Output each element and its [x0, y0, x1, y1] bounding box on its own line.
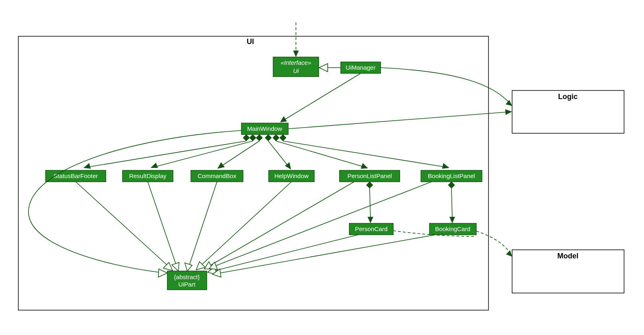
- node-personcard: PersonCard: [349, 223, 393, 235]
- node-commandbox: CommandBox: [191, 170, 243, 182]
- node-uimanager: UiManager: [341, 62, 381, 73]
- svg-text:Ui: Ui: [293, 67, 299, 74]
- edge-uimanager-to-mainwindow: [283, 73, 361, 121]
- svg-text:PersonListPanel: PersonListPanel: [347, 172, 392, 179]
- diamond-mw-blp: [280, 134, 286, 141]
- node-bookinglistpanel: BookingListPanel: [421, 170, 482, 182]
- diamond-mw-cb: [256, 134, 263, 141]
- arrowhead-rd-uipart: [172, 262, 179, 271]
- arrowhead-mainwindow-logic: [505, 109, 512, 115]
- edge-plp-pc: [370, 188, 370, 218]
- diamond-mw-rd: [250, 134, 256, 141]
- svg-text:MainWindow: MainWindow: [247, 125, 282, 132]
- diamond-mw-plp: [273, 134, 279, 141]
- package-ui-label: UI: [247, 37, 254, 46]
- node-helpwindow: HelpWindow: [269, 170, 314, 182]
- svg-text:«Interface»: «Interface»: [280, 59, 311, 66]
- node-interface-ui: «Interface» Ui: [273, 57, 319, 77]
- arrowhead-mw-blp: [442, 163, 449, 169]
- edge-bookingcard-to-model: [476, 231, 510, 253]
- arrowhead-to-model: [506, 250, 512, 257]
- node-resultdisplay: ResultDisplay: [123, 170, 173, 182]
- svg-text:StatusBarFooter: StatusBarFooter: [53, 172, 98, 179]
- arrowhead-uimanager-logic: [506, 100, 512, 106]
- edge-uimanager-to-logic: [381, 68, 512, 106]
- arrowhead-blp-bc: [449, 217, 455, 223]
- diamond-plp-pc: [366, 182, 373, 188]
- edge-mw-extends-uipart: [28, 130, 241, 272]
- edge-hw-uipart: [202, 182, 291, 265]
- arrowhead-realization: [319, 64, 328, 72]
- arrowhead-external-to-ui: [293, 51, 299, 57]
- svg-text:UiManager: UiManager: [346, 64, 375, 71]
- edge-mw-sbf: [88, 141, 246, 167]
- arrowhead-mw-rd: [151, 163, 158, 168]
- edge-mw-hw: [268, 141, 289, 167]
- node-mainwindow: MainWindow: [241, 123, 288, 134]
- node-uipart: {abstract} UiPart: [167, 271, 207, 290]
- arrowhead-sbf-uipart: [163, 262, 173, 271]
- arrowhead-mw-cb: [217, 162, 225, 169]
- edge-sbf-uipart: [76, 182, 167, 265]
- diamond-blp-bc: [448, 182, 455, 188]
- edge-blp-bc: [451, 188, 452, 218]
- node-bookingcard: BookingCard: [429, 223, 476, 235]
- arrowhead-cb-uipart: [185, 263, 192, 271]
- svg-text:PersonCard: PersonCard: [355, 225, 388, 232]
- svg-text:UiPart: UiPart: [178, 281, 196, 288]
- node-personlistpanel: PersonListPanel: [340, 170, 400, 182]
- svg-text:BookingListPanel: BookingListPanel: [428, 172, 475, 179]
- edge-blp-uipart: [216, 182, 432, 266]
- svg-text:BookingCard: BookingCard: [435, 225, 471, 232]
- package-model-label: Model: [557, 252, 578, 260]
- svg-text:ResultDisplay: ResultDisplay: [129, 172, 166, 179]
- diamond-mw-sbf: [243, 134, 250, 141]
- uml-class-diagram: UI Logic Model «Interface» Ui UiManager …: [0, 0, 644, 335]
- svg-text:HelpWindow: HelpWindow: [274, 172, 309, 179]
- diamond-mw-hw: [265, 134, 272, 141]
- edge-cb-uipart: [190, 182, 217, 264]
- package-logic-label: Logic: [558, 93, 578, 101]
- edge-pc-uipart: [215, 235, 358, 271]
- edge-bc-uipart: [220, 235, 436, 273]
- svg-text:CommandBox: CommandBox: [197, 172, 237, 179]
- arrowhead-mw-uipart: [158, 269, 167, 277]
- arrowhead-plp-pc: [368, 217, 373, 223]
- svg-text:{abstract}: {abstract}: [174, 273, 199, 280]
- edge-mainwindow-to-logic: [288, 112, 506, 129]
- arrowhead-mw-sbf: [83, 163, 91, 169]
- arrowhead-uimanager-mainwindow: [280, 116, 287, 122]
- arrowhead-mw-plp: [361, 163, 368, 169]
- edge-mw-blp: [283, 141, 446, 167]
- edge-mw-cb: [220, 141, 259, 167]
